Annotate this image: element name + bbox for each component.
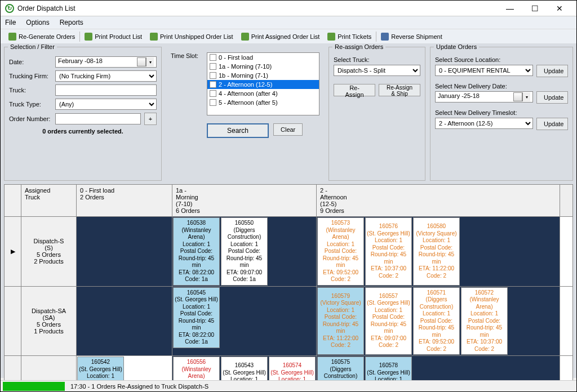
order-card[interactable]: 160571(Diggers Construction)Location: 1P… <box>413 287 460 355</box>
reverse-shipment-button[interactable]: Reverse Shipment <box>378 32 446 42</box>
update-source-button[interactable]: Update <box>536 65 568 77</box>
morning-cell: 160538(Winstanley Arena)Location: 1Posta… <box>172 217 317 286</box>
header-first-load: 0 - First load 2 Orders <box>77 185 172 216</box>
truck-input[interactable] <box>55 84 157 96</box>
menu-reports[interactable]: Reports <box>60 19 83 26</box>
order-card[interactable]: 160557(St. Georges Hill)Location: 1Posta… <box>365 287 412 355</box>
reassign-title: Re-assign Orders <box>332 43 385 50</box>
trucking-firm-label: Trucking Firm: <box>9 73 55 79</box>
print-unshipped-button[interactable]: Print Unshipped Order List <box>147 32 237 42</box>
window-title: Order Dispatch List <box>17 5 498 12</box>
update-timeslot-button[interactable]: Update <box>536 118 568 130</box>
row-selector[interactable] <box>5 287 21 356</box>
orders-selected-label: 0 orders currently selected. <box>9 128 157 135</box>
timeslot-label: Time Slot: <box>171 52 207 59</box>
regenerate-orders-button[interactable]: Re-Generate Orders <box>5 32 78 42</box>
titlebar: ↻ Order Dispatch List — ☐ ✕ <box>1 1 576 16</box>
checkbox-icon[interactable] <box>210 90 216 97</box>
morning-cell: 160545(St. Georges Hill)Location: 1Posta… <box>172 287 317 356</box>
truck-type-select[interactable]: (Any) <box>55 99 157 110</box>
grid-corner <box>5 185 21 216</box>
date-input[interactable]: February -08-18▾ <box>55 56 157 68</box>
select-truck-label: Select Truck: <box>334 56 420 63</box>
delivery-date-input[interactable]: January -25-18▾ <box>435 91 533 103</box>
order-card[interactable]: 160576(St. Georges Hill)Location: 1Posta… <box>365 217 412 286</box>
checkbox-icon[interactable] <box>210 99 216 106</box>
order-card[interactable]: 160538(Winstanley Arena)Location: 1Posta… <box>173 217 220 286</box>
afternoon-cell: 160573(Winstanley Arena)Location: 1Posta… <box>317 217 560 286</box>
order-number-label: Order Number: <box>9 115 55 122</box>
dispatch-grid: Assigned Truck 0 - First load 2 Orders 1… <box>4 184 573 392</box>
timeslot-item[interactable]: 0 - First load <box>207 53 319 62</box>
menu-options[interactable]: Options <box>26 19 49 26</box>
header-afternoon: 2 - Afternoon (12-5) 9 Orders <box>317 185 560 216</box>
print-assigned-button[interactable]: Print Assigned Order List <box>238 32 323 42</box>
reassign-ship-button[interactable]: Re-Assign & Ship <box>379 84 420 96</box>
selection-filter-panel: Selection / Filter Date: February -08-18… <box>4 47 162 181</box>
timeslot-item[interactable]: 1a - Morning (7-10) <box>207 62 319 71</box>
search-button[interactable]: Search <box>207 123 269 138</box>
timeslot-item[interactable]: 5 - Afternoon (after 5) <box>207 98 319 107</box>
update-panel: Update Orders Select Source Location: 0 … <box>430 47 573 181</box>
timeslot-item[interactable]: 1b - Morning (7-1) <box>207 71 319 80</box>
header-assigned-truck: Assigned Truck <box>21 185 77 216</box>
timeslot-item[interactable]: 4 - Afternoon (after 4) <box>207 89 319 98</box>
add-order-button[interactable]: + <box>144 113 157 125</box>
truck-label-cell: Dispatch-SA (SA) 5 Orders 1 Products <box>21 287 77 356</box>
minimize-button[interactable]: — <box>498 1 522 16</box>
truck-type-label: Truck Type: <box>9 101 55 108</box>
clear-button[interactable]: Clear <box>273 123 303 136</box>
order-card[interactable]: 160572(Winstanley Arena)Location: 1Posta… <box>461 287 508 355</box>
order-card[interactable]: 160545(St. Georges Hill)Location: 1Posta… <box>173 287 220 348</box>
calendar-icon[interactable] <box>513 92 522 101</box>
select-source-label: Select Source Location: <box>435 56 568 63</box>
select-date-label: Select New Delivery Date: <box>435 83 568 90</box>
menubar: File Options Reports <box>1 16 576 29</box>
checkbox-icon[interactable] <box>210 63 216 70</box>
first-load-cell <box>77 217 172 286</box>
trucking-firm-select[interactable]: (No Trucking Firm) <box>55 70 157 82</box>
order-card[interactable]: 160580(Victory Square)Location: 1Postal … <box>413 217 460 286</box>
calendar-icon[interactable] <box>137 57 146 66</box>
select-timeslot-label: Select New Delivery Timeslot: <box>435 109 568 116</box>
afternoon-cell: 160579(Victory Square)Location: 1Postal … <box>317 287 560 356</box>
source-location-select[interactable]: 0 - EQUIPMENT RENTAL <box>435 65 533 76</box>
timeslot-list[interactable]: 0 - First load1a - Morning (7-10)1b - Mo… <box>207 52 319 115</box>
reassign-panel: Re-assign Orders Select Truck: Dispatch-… <box>329 47 425 181</box>
update-title: Update Orders <box>434 43 479 50</box>
toolbar: Re-Generate Orders Print Product List Pr… <box>1 29 576 43</box>
header-morning: 1a - Morning (7-10) 6 Orders <box>172 185 317 216</box>
progress-bar <box>3 382 65 391</box>
timeslot-panel: Time Slot: 0 - First load1a - Morning (7… <box>166 47 324 181</box>
delivery-timeslot-select[interactable]: 2 - Afternoon (12-5) <box>435 118 533 129</box>
reassign-button[interactable]: Re-Assign <box>334 84 375 96</box>
row-selector[interactable]: ▶ <box>5 217 21 286</box>
truck-label-cell: Dispatch-S (S) 5 Orders 2 Products <box>21 217 77 286</box>
update-date-button[interactable]: Update <box>536 91 568 104</box>
menu-file[interactable]: File <box>5 19 16 26</box>
order-card[interactable]: 160573(Winstanley Arena)Location: 1Posta… <box>317 217 364 286</box>
select-truck-select[interactable]: Dispatch-S - Split <box>334 65 420 76</box>
print-tickets-button[interactable]: Print Tickets <box>324 32 375 42</box>
maximize-button[interactable]: ☐ <box>522 1 547 16</box>
app-icon: ↻ <box>5 4 14 13</box>
timeslot-item[interactable]: 2 - Afternoon (12-5) <box>207 80 319 89</box>
status-bar: 17:30 - 1 Orders Re-Assigned to Truck Di… <box>1 380 576 391</box>
checkbox-icon[interactable] <box>210 81 216 88</box>
order-card[interactable]: 160579(Victory Square)Location: 1Postal … <box>317 287 364 355</box>
order-card[interactable]: 160550(Diggers Construction)Location: 1P… <box>221 217 268 286</box>
filter-title: Selection / Filter <box>8 43 57 50</box>
truck-label: Truck: <box>9 87 55 93</box>
print-product-list-button[interactable]: Print Product List <box>81 32 145 42</box>
first-load-cell <box>77 287 172 356</box>
close-button[interactable]: ✕ <box>547 1 572 16</box>
order-number-input[interactable] <box>55 113 141 124</box>
grid-row: ▶Dispatch-S (S) 5 Orders 2 Products16053… <box>5 217 572 287</box>
status-text: 17:30 - 1 Orders Re-Assigned to Truck Di… <box>70 383 208 390</box>
checkbox-icon[interactable] <box>210 72 216 79</box>
grid-row: Dispatch-SA (SA) 5 Orders 1 Products1605… <box>5 287 572 357</box>
date-label: Date: <box>9 59 55 65</box>
checkbox-icon[interactable] <box>210 54 216 61</box>
